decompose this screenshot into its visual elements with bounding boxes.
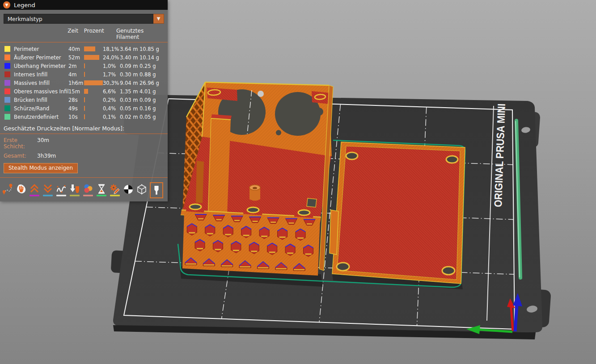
nozzle-marker-icon[interactable] xyxy=(150,182,163,198)
col-time: Zeit xyxy=(68,28,84,40)
feature-percent: 24,0% xyxy=(103,54,116,61)
feature-percent-bar xyxy=(84,72,103,77)
feature-time: 15m xyxy=(68,88,84,95)
feature-meters: 0.03 m xyxy=(120,97,139,103)
feature-percent: 18,1% xyxy=(103,46,116,52)
feature-time: 10s xyxy=(68,114,84,120)
model-box[interactable] xyxy=(181,82,333,276)
divider xyxy=(0,134,168,134)
view-type-value[interactable]: Merkmalstyp xyxy=(4,14,153,24)
legend-panel: ▼ Legend Merkmalstyp ▼ Zeit Prozent Genu… xyxy=(0,0,168,201)
travel-paths-icon[interactable] xyxy=(2,183,13,198)
feature-label: Massives Infill xyxy=(14,80,68,86)
feature-color-swatch xyxy=(4,97,10,103)
feature-grams: 0.88 g xyxy=(139,71,164,78)
feature-percent-bar xyxy=(84,63,103,68)
feature-label: Benutzerdefiniert xyxy=(14,114,68,120)
feature-color-swatch xyxy=(4,46,10,52)
feature-time: 40m xyxy=(68,46,84,52)
legend-row[interactable]: Benutzerdefiniert 10s 0,1% 0.02 m 0.05 g xyxy=(0,113,168,121)
feature-color-swatch xyxy=(4,114,10,120)
color-changes-icon[interactable] xyxy=(83,183,93,198)
feature-percent-bar xyxy=(84,89,103,94)
divider xyxy=(0,177,168,178)
legend-row[interactable]: Brücken Infill 28s 0,2% 0.03 m 0.09 g xyxy=(0,96,168,104)
first-layer-value: 30m xyxy=(37,137,49,150)
legend-row[interactable]: Überhang Perimeter 2m 1,0% 0.09 m 0.25 g xyxy=(0,62,168,70)
collapse-button[interactable]: ▼ xyxy=(3,1,10,8)
panel-hole xyxy=(276,130,281,135)
feature-percent-bar xyxy=(84,97,103,102)
first-layer-row: Erste Schicht: 30m xyxy=(4,137,164,150)
standoff xyxy=(249,185,260,201)
pause-prints-icon[interactable] xyxy=(96,183,107,198)
legend-row[interactable]: Äußerer Perimeter 52m 24,0% 3.40 m 10.14… xyxy=(0,53,168,62)
feature-label: Überhang Perimeter xyxy=(14,63,68,69)
lid-tab xyxy=(330,210,338,255)
feature-label: Äußerer Perimeter xyxy=(14,54,68,61)
feature-label: Perimeter xyxy=(14,46,68,52)
prusaslicer-preview: ORIGINAL PRUSA MINI xyxy=(0,0,596,364)
feature-percent-bar xyxy=(84,55,103,60)
legend-row[interactable]: Internes Infill 4m 1,7% 0.30 m 0.88 g xyxy=(0,70,168,79)
feature-grams: 0.09 g xyxy=(139,97,164,103)
feature-grams: 4.01 g xyxy=(139,88,164,95)
feature-percent-bar xyxy=(84,114,103,119)
feature-grams: 0.25 g xyxy=(139,63,164,69)
shells-icon[interactable] xyxy=(136,183,147,198)
feature-color-swatch xyxy=(4,63,10,69)
feature-time: 1h6m xyxy=(68,80,84,86)
feature-meters: 9.04 m xyxy=(120,80,139,86)
stealth-mode-button[interactable]: Stealth Modus anzeigen xyxy=(4,163,78,173)
legend-row[interactable]: Schürze/Rand 49s 0,4% 0.05 m 0.16 g xyxy=(0,104,168,113)
feature-meters: 1.35 m xyxy=(120,88,139,95)
feature-percent: 1,0% xyxy=(103,63,116,69)
dropdown-arrow-button[interactable]: ▼ xyxy=(153,14,164,24)
view-type-dropdown[interactable]: Merkmalstyp ▼ xyxy=(4,14,164,24)
feature-grams: 0.05 g xyxy=(139,114,164,120)
estimates-heading: Geschätzte Druckzeiten [Normaler Modus]: xyxy=(4,125,164,132)
divider xyxy=(0,42,168,42)
triangle-down-icon: ▼ xyxy=(5,3,8,7)
table-header: Zeit Prozent Genutztes Filament xyxy=(0,28,168,40)
feature-time: 52m xyxy=(68,54,84,61)
feature-grams: 26.96 g xyxy=(139,80,164,86)
feature-meters: 0.05 m xyxy=(120,105,139,112)
seams-icon[interactable] xyxy=(56,183,67,198)
feature-meters: 3.40 m xyxy=(120,54,139,61)
wipe-moves-icon[interactable] xyxy=(16,183,26,198)
feature-percent: 1,7% xyxy=(103,71,116,78)
feature-percent-bar xyxy=(84,46,103,51)
tool-changes-icon[interactable] xyxy=(69,183,80,198)
model-lid[interactable] xyxy=(330,142,465,284)
custom-gcodes-icon[interactable] xyxy=(110,183,120,198)
total-label: Gesamt: xyxy=(4,153,37,159)
retractions-icon[interactable] xyxy=(29,183,40,198)
feature-time: 2m xyxy=(68,63,84,69)
feature-percent-bar xyxy=(84,80,103,85)
feature-meters: 0.30 m xyxy=(120,71,139,78)
deretractions-icon[interactable] xyxy=(42,183,53,198)
feature-label: Internes Infill xyxy=(14,71,68,78)
feature-percent: 30,3% xyxy=(103,80,116,86)
feature-table: Perimeter 40m 18,1% 3.64 m 10.85 g Äußer… xyxy=(0,45,168,121)
dropdown-arrow-icon: ▼ xyxy=(157,17,161,21)
feature-grams: 10.14 g xyxy=(139,54,164,61)
legend-row[interactable]: Oberes massives Infill 15m 6,6% 1.35 m 4… xyxy=(0,87,168,96)
feature-percent: 0,2% xyxy=(103,97,116,103)
feature-color-swatch xyxy=(4,88,10,94)
feature-percent: 0,4% xyxy=(103,105,116,112)
feature-color-swatch xyxy=(4,71,10,77)
feature-meters: 0.02 m xyxy=(120,114,139,120)
total-value: 3h39m xyxy=(37,153,56,159)
feature-grams: 0.16 g xyxy=(139,105,164,112)
first-layer-label: Erste Schicht: xyxy=(4,137,37,150)
feature-color-swatch xyxy=(4,80,10,86)
legend-row[interactable]: Massives Infill 1h6m 30,3% 9.04 m 26.96 … xyxy=(0,79,168,87)
center-of-mass-icon[interactable] xyxy=(123,183,134,198)
feature-percent: 6,6% xyxy=(103,88,116,95)
feature-percent-bar xyxy=(84,106,103,111)
legend-row[interactable]: Perimeter 40m 18,1% 3.64 m 10.85 g xyxy=(0,45,168,53)
col-percent: Prozent xyxy=(84,28,116,40)
feature-grams: 10.85 g xyxy=(139,46,164,52)
